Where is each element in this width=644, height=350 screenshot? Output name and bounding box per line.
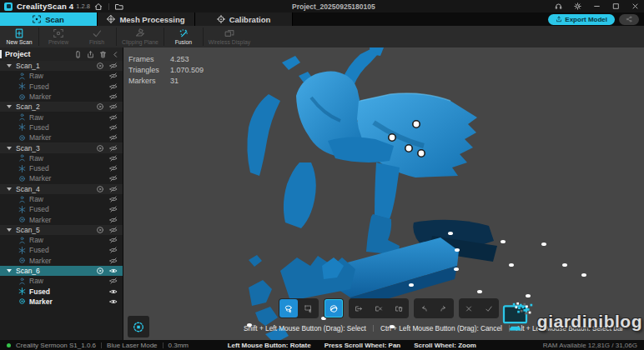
raw-type-icon [18,196,26,203]
cancel-selection-button[interactable] [370,299,388,318]
divider [101,342,102,348]
recenter-target-icon [133,321,144,333]
support-headset-icon[interactable] [555,2,562,10]
eye-closed-icon [109,216,118,224]
selection-group-sel [279,298,319,318]
expander-triangle-icon[interactable] [7,64,12,68]
sidebar-item-scan_2-raw[interactable]: Raw [0,112,123,122]
sidebar-item-scan_5-raw[interactable]: Raw [0,235,123,245]
sidebar-item-scan_3-raw[interactable]: Raw [0,153,123,163]
sidebar-item-scan_5-marker[interactable]: Marker [0,256,123,266]
home-icon[interactable] [94,2,103,11]
maximize-button[interactable] [612,2,620,10]
sidebar-scan-scan_5[interactable]: Scan_5 [0,225,123,235]
expander-triangle-icon[interactable] [7,147,12,150]
mouse-hint: Shift + Left Mouse Button (Drag): Select [244,324,366,332]
sidebar-scan-scan_1[interactable]: Scan_1 [0,61,123,71]
sidebar-item-scan_6-fused[interactable]: Fused [0,287,123,297]
fused-type-icon [18,123,26,131]
undo-button[interactable] [415,299,433,318]
item-label: Raw [29,195,109,203]
sidebar-item-scan_6-raw[interactable]: Raw [0,276,123,286]
toolbar-item-label: Fusion [175,39,192,45]
sidebar-item-scan_1-raw[interactable]: Raw [0,71,123,81]
sidebar-item-scan_3-fused[interactable]: Fused [0,163,123,173]
app-name: CrealityScan 4 [17,2,73,11]
share-button[interactable] [619,14,639,25]
expander-triangle-icon[interactable] [7,269,12,272]
project-name: Project_20250925180105 [292,0,375,12]
export-model-button[interactable]: Export Model [548,14,615,25]
app-logo [4,2,13,11]
sidebar-item-scan_4-raw[interactable]: Raw [0,194,123,204]
toolbar-item-preview: Preview [39,26,78,48]
redo-button[interactable] [435,299,453,318]
sidebar-item-scan_6-marker[interactable]: Marker [0,297,123,307]
collapse-panel-icon[interactable] [112,51,119,58]
recenter-view-button[interactable] [128,316,149,338]
lasso-select-button[interactable] [279,299,298,318]
toolbar-item-new-scan[interactable]: New Scan [0,26,38,48]
device-phone-icon[interactable] [74,51,82,58]
sidebar-scan-scan_3[interactable]: Scan_3 [0,142,123,152]
locate-icon [96,144,104,152]
extract-selection-button[interactable] [350,299,368,318]
eye-closed-icon [109,92,118,101]
discard-button[interactable] [460,299,478,318]
export-project-icon[interactable] [87,51,94,58]
rectangle-select-button[interactable] [299,299,318,318]
ground-marker [581,273,586,277]
toolbar-item-label: New Scan [7,39,33,45]
sidebar-item-scan_4-fused[interactable]: Fused [0,204,123,214]
sidebar-item-scan_1-marker[interactable]: Marker [0,92,123,102]
tab-scan[interactable]: Scan [0,12,98,26]
tab-mesh-processing[interactable]: Mesh Processing [98,12,195,26]
title-bar: CrealityScan 4 1.2.8 Project_20250925180… [0,0,644,12]
divider [163,342,164,348]
sphere-select-button[interactable] [325,299,343,318]
sidebar-scan-scan_6[interactable]: Scan_6 [0,266,123,276]
fused-type-icon [18,206,26,213]
stat-label: Frames [128,54,164,65]
scan-stats: Frames4.253Triangles1.070.509Markers31 [128,54,204,87]
new-scan-icon [14,28,24,38]
delete-selection-button[interactable] [390,299,408,318]
raw-type-icon [18,154,26,162]
sidebar-item-scan_3-marker[interactable]: Marker [0,173,123,183]
sidebar-item-scan_1-fused[interactable]: Fused [0,82,123,92]
sidebar-scan-scan_2[interactable]: Scan_2 [0,102,123,112]
sidebar-header: Project [0,48,123,61]
eye-closed-icon [109,72,118,80]
share-icon [626,16,632,22]
eye-closed-icon [109,113,118,122]
folder-icon[interactable] [115,2,123,11]
delete-trash-icon[interactable] [99,51,107,58]
item-label: Fused [29,123,109,132]
item-label: Fused [29,288,109,296]
confirm-button[interactable] [480,299,498,318]
main-area: Project Scan_1RawFusedMarkerScan_2RawFus… [0,48,644,340]
fused-type-icon [18,82,26,90]
sidebar-scan-scan_4[interactable]: Scan_4 [0,184,123,194]
sidebar-item-scan_2-marker[interactable]: Marker [0,132,123,142]
ground-marker [501,240,506,243]
scanned-model-render [123,48,644,340]
raw-type-icon [18,72,26,80]
status-hint: Left Mouse Button: Rotate [228,342,311,349]
minimize-button[interactable] [593,2,601,10]
toolbar-item-fusion[interactable]: Fusion [164,26,203,48]
sidebar-item-scan_5-fused[interactable]: Fused [0,245,123,255]
item-label: Fused [29,246,109,254]
expander-triangle-icon[interactable] [7,228,12,232]
status-mouse-hints: Left Mouse Button: RotatePress Scroll Wh… [228,342,476,349]
sidebar-item-scan_4-marker[interactable]: Marker [0,214,123,224]
expander-triangle-icon[interactable] [7,188,12,191]
eye-open-icon [109,267,118,275]
expander-triangle-icon[interactable] [7,105,12,108]
close-button[interactable] [631,2,639,10]
tab-calibration[interactable]: Calibration [195,12,293,26]
3d-viewport[interactable]: Frames4.253Triangles1.070.509Markers31 S… [123,48,644,340]
sidebar-item-scan_2-fused[interactable]: Fused [0,122,123,132]
item-label: Marker [29,257,109,265]
settings-gear-icon[interactable] [574,2,581,10]
